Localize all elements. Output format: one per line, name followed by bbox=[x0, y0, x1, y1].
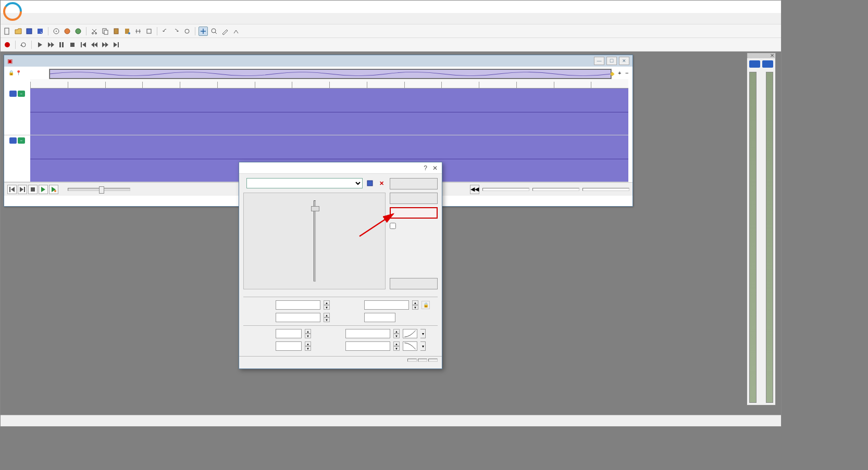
timeline-ruler[interactable] bbox=[30, 79, 628, 88]
menu-options[interactable] bbox=[62, 18, 68, 20]
open-icon[interactable] bbox=[14, 27, 23, 36]
start-spinner[interactable]: ▲▼ bbox=[324, 300, 330, 310]
meter-ch2-badge[interactable] bbox=[762, 60, 773, 68]
gain-slider[interactable] bbox=[314, 200, 316, 282]
ok-button[interactable] bbox=[390, 178, 438, 189]
waveform-ch1[interactable] bbox=[30, 88, 628, 135]
channel-input[interactable] bbox=[364, 313, 395, 322]
stop-button[interactable] bbox=[68, 40, 77, 49]
help-icon[interactable]: ? bbox=[424, 164, 427, 172]
preset-select[interactable] bbox=[246, 178, 363, 188]
menu-window[interactable] bbox=[69, 18, 76, 20]
channel-2-badge[interactable] bbox=[9, 137, 17, 144]
mix-icon[interactable] bbox=[133, 27, 143, 36]
effgain-input[interactable] bbox=[276, 329, 302, 338]
menu-tools[interactable] bbox=[47, 18, 54, 20]
preview-button[interactable] bbox=[390, 207, 438, 219]
undo-icon[interactable] bbox=[160, 27, 170, 36]
lock-icon[interactable]: 🔒 bbox=[8, 70, 16, 75]
timecode-position[interactable] bbox=[482, 188, 529, 191]
menu-fxfavorites[interactable] bbox=[55, 18, 61, 20]
audio-maximize-button[interactable]: ☐ bbox=[606, 57, 617, 65]
audio-minimize-button[interactable]: — bbox=[594, 57, 604, 65]
magnify-tool-icon[interactable] bbox=[209, 27, 219, 36]
noeffgain-input[interactable] bbox=[276, 341, 302, 351]
menu-effects[interactable] bbox=[40, 18, 46, 20]
burn-icon[interactable] bbox=[63, 27, 72, 36]
channel-2-mute[interactable]: − bbox=[18, 137, 25, 144]
audio-window-titlebar[interactable]: ▣ — ☐ ✕ bbox=[4, 55, 633, 67]
fadein-spinner[interactable]: ▲▼ bbox=[393, 329, 400, 338]
trim-icon[interactable] bbox=[144, 27, 154, 36]
overview-plus-icon[interactable]: + bbox=[618, 70, 625, 76]
menu-special[interactable] bbox=[26, 18, 32, 20]
effgain-spinner[interactable]: ▲▼ bbox=[305, 329, 311, 338]
fadein-curve-dd[interactable]: ▾ bbox=[420, 329, 426, 338]
marker-icon[interactable]: 📍 bbox=[16, 70, 23, 75]
footer-play-special[interactable] bbox=[49, 185, 58, 194]
footer-stop[interactable] bbox=[28, 185, 38, 194]
dialog-titlebar[interactable]: ? ✕ bbox=[239, 162, 442, 174]
meter-bar-1[interactable] bbox=[749, 72, 757, 403]
timecode-length[interactable] bbox=[532, 188, 579, 191]
menu-edit[interactable] bbox=[11, 18, 17, 20]
loop-button[interactable] bbox=[19, 40, 28, 49]
publish-icon[interactable] bbox=[73, 27, 83, 36]
scrub-left-icon[interactable]: ◀◀ bbox=[470, 185, 479, 194]
lock-length-icon[interactable]: 🔒 bbox=[421, 301, 430, 309]
redo-icon[interactable] bbox=[171, 27, 181, 36]
meter-bar-2[interactable] bbox=[766, 72, 773, 403]
preset-save-icon[interactable] bbox=[366, 179, 374, 187]
pencil-tool-icon[interactable] bbox=[220, 27, 230, 36]
copy-icon[interactable] bbox=[101, 27, 110, 36]
cd-icon[interactable] bbox=[52, 27, 61, 36]
event-tool-icon[interactable] bbox=[231, 27, 241, 36]
fadein-input[interactable] bbox=[345, 329, 390, 338]
channel-1-mute[interactable]: − bbox=[18, 91, 25, 97]
menu-view[interactable] bbox=[18, 18, 24, 20]
paste-icon[interactable] bbox=[111, 27, 121, 36]
fadein-curve[interactable] bbox=[403, 329, 417, 338]
menu-file[interactable] bbox=[4, 18, 10, 20]
cancel-button[interactable] bbox=[390, 193, 438, 204]
dialog-close-icon[interactable]: ✕ bbox=[432, 164, 438, 172]
cut-icon[interactable] bbox=[90, 27, 99, 36]
fadeout-curve-dd[interactable]: ▾ bbox=[420, 341, 426, 351]
overview-minus-icon[interactable]: − bbox=[625, 70, 633, 76]
repeat-icon[interactable] bbox=[182, 27, 192, 36]
footer-go-end[interactable] bbox=[18, 185, 27, 194]
meter-close-icon[interactable]: ✕ bbox=[770, 53, 774, 58]
preset-delete-icon[interactable]: ✕ bbox=[377, 179, 386, 187]
overview-end-marker[interactable]: ◆ bbox=[610, 70, 614, 77]
go-start-button[interactable] bbox=[79, 40, 88, 49]
saveas-icon[interactable] bbox=[35, 27, 45, 36]
length-input[interactable] bbox=[364, 300, 409, 310]
play-all-button[interactable] bbox=[46, 40, 55, 49]
overview-bar[interactable]: ◆ bbox=[49, 69, 612, 79]
noeffgain-spinner[interactable]: ▲▼ bbox=[305, 341, 311, 351]
go-end-button[interactable] bbox=[111, 40, 121, 49]
footer-go-start[interactable] bbox=[7, 185, 17, 194]
pause-button[interactable] bbox=[57, 40, 66, 49]
footer-play[interactable] bbox=[39, 185, 48, 194]
audio-close-button[interactable]: ✕ bbox=[619, 57, 629, 65]
channel-1-badge[interactable] bbox=[9, 91, 17, 97]
fadeout-spinner[interactable]: ▲▼ bbox=[393, 341, 400, 351]
rate-slider[interactable] bbox=[68, 188, 130, 191]
record-button[interactable] bbox=[3, 40, 12, 49]
timecode-zoom[interactable] bbox=[582, 188, 629, 191]
new-icon[interactable] bbox=[3, 27, 12, 36]
less-button[interactable] bbox=[390, 278, 438, 289]
fadeout-curve[interactable] bbox=[403, 341, 417, 351]
save-icon[interactable] bbox=[24, 27, 34, 36]
play-button[interactable] bbox=[35, 40, 44, 49]
fadeout-input[interactable] bbox=[345, 341, 390, 351]
edit-tool-icon[interactable] bbox=[199, 27, 208, 36]
forward-button[interactable] bbox=[101, 40, 110, 49]
paste-new-icon[interactable] bbox=[122, 27, 132, 36]
length-spinner[interactable]: ▲▼ bbox=[412, 300, 418, 310]
rewind-button[interactable] bbox=[90, 40, 99, 49]
menu-process[interactable] bbox=[33, 18, 39, 20]
meter-ch1-badge[interactable] bbox=[749, 60, 760, 68]
end-input[interactable] bbox=[276, 313, 320, 322]
